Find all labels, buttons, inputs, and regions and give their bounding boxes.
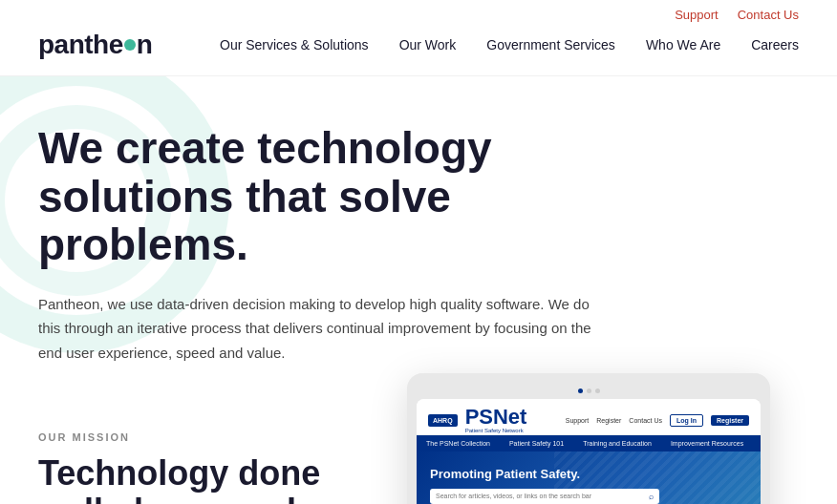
psnet-hero-title: Promoting Patient Safety. [430,467,747,481]
device-mockup-area: AHRQ PSNet Patient Safety Network Suppor… [407,373,808,504]
nav-government[interactable]: Government Services [486,37,615,52]
tablet-mockup: AHRQ PSNet Patient Safety Network Suppor… [407,373,770,504]
psnet-logo: PSNet [465,407,527,428]
dot-3 [595,388,600,393]
psnet-logo-text-wrap: PSNet Patient Safety Network [465,407,527,434]
nav-work[interactable]: Our Work [399,37,457,52]
mission-content: OUR MISSION Technology done well, does g… [38,431,363,504]
logo[interactable]: panthen [38,30,152,60]
psnet-header: AHRQ PSNet Patient Safety Network Suppor… [417,399,761,435]
mission-section: OUR MISSION Technology done well, does g… [0,403,837,504]
psnet-login-button[interactable]: Log In [670,414,703,427]
psnet-contact-link: Contact Us [629,417,662,424]
psnet-support-link: Support [566,417,590,424]
dot-indicator [417,383,761,399]
hero-description: Pantheon, we use data-driven decision ma… [38,292,592,366]
tablet-screen: AHRQ PSNet Patient Safety Network Suppor… [417,399,761,504]
psnet-search-icon: ⌕ [649,492,654,501]
psnet-hero-section: Promoting Patient Safety. ⌕ [417,452,761,504]
mission-label: OUR MISSION [38,431,363,443]
psnet-nav-collection[interactable]: The PSNet Collection [417,435,500,452]
psnet-search-bar[interactable]: ⌕ [430,489,659,504]
dot-2 [587,388,591,393]
psnet-nav-about[interactable]: About PSNet [753,435,761,452]
psnet-nav-training[interactable]: Training and Education [573,435,661,452]
main-header: panthen Our Services & Solutions Our Wor… [0,30,837,76]
dot-1 [578,388,583,393]
mission-title: Technology done well, does good. [38,454,363,504]
psnet-nav-bar: The PSNet Collection Patient Safety 101 … [417,435,761,452]
nav-careers[interactable]: Careers [751,37,799,52]
nav-services[interactable]: Our Services & Solutions [220,37,369,52]
psnet-register-button[interactable]: Register [711,415,749,426]
psnet-nav-improvement[interactable]: Improvement Resources [661,435,753,452]
psnet-nav-safety101[interactable]: Patient Safety 101 [500,435,573,452]
ahrq-badge: AHRQ [428,414,458,427]
psnet-top-nav: Support Register Contact Us Log In Regis… [566,414,749,427]
main-nav: Our Services & Solutions Our Work Govern… [220,37,799,52]
psnet-search-input[interactable] [436,493,649,499]
hero-content: We create technology solutions that solv… [38,124,631,365]
logo-dot [124,39,136,51]
psnet-register-link: Register [596,417,621,424]
utility-bar: Support Contact Us [0,0,837,30]
hero-title: We create technology solutions that solv… [38,124,631,269]
psnet-logo-area: AHRQ PSNet Patient Safety Network [428,407,526,434]
hero-section: We create technology solutions that solv… [0,76,837,403]
contact-link[interactable]: Contact Us [738,8,799,22]
support-link[interactable]: Support [675,8,719,22]
psnet-logo-sub: Patient Safety Network [465,428,527,434]
nav-who[interactable]: Who We Are [646,37,720,52]
